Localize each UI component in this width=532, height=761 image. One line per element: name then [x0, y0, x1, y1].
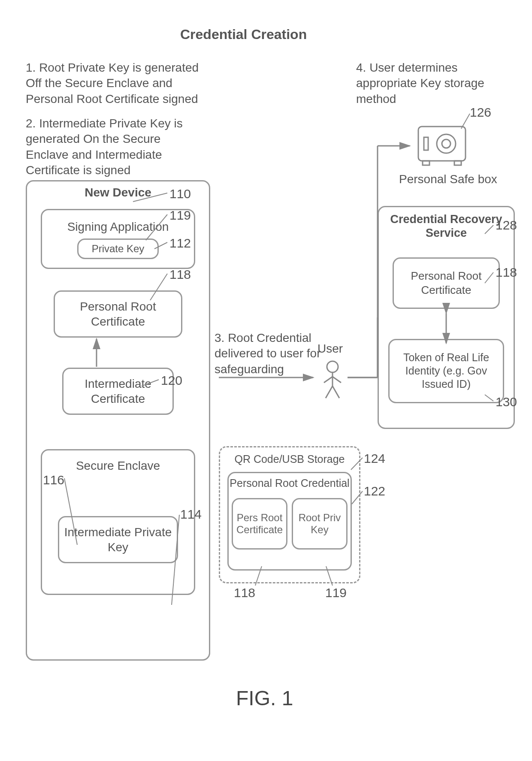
- pers-root-cert-label: Pers Root Certificate: [233, 512, 286, 536]
- private-key-label: Private Key: [92, 242, 145, 255]
- ref-118a: 118: [169, 267, 191, 282]
- step-1-text: 1. Root Private Key is generated Off the…: [26, 60, 206, 107]
- svg-line-2: [324, 377, 332, 383]
- page-title: Credential Creation: [180, 26, 307, 44]
- ref-114: 114: [180, 507, 202, 522]
- ref-118b: 118: [234, 586, 255, 600]
- ref-126: 126: [470, 105, 491, 120]
- secure-enclave-label: Secure Enclave: [76, 458, 160, 473]
- step-4-text: 4. User determines appropriate Key stora…: [356, 60, 506, 107]
- ref-120: 120: [161, 373, 182, 388]
- storage-title: QR Code/USB Storage: [234, 453, 345, 466]
- credential-label: Personal Root Credential: [230, 477, 349, 490]
- svg-rect-10: [423, 161, 429, 165]
- storage-box: QR Code/USB Storage Personal Root Creden…: [219, 446, 360, 583]
- recovery-cert-box: Personal Root Certificate: [393, 257, 500, 309]
- ref-130: 130: [496, 395, 517, 409]
- pers-root-cert-box: Pers Root Certificate: [232, 498, 287, 550]
- new-device-box: New Device Signing Application Private K…: [26, 180, 210, 661]
- intermediate-priv-key-box: Intermediate Private Key: [58, 516, 178, 563]
- token-label: Token of Real Life Identity (e.g. Gov Is…: [390, 351, 503, 391]
- recovery-title: Credential Recovery Service: [379, 212, 514, 240]
- svg-line-3: [332, 377, 341, 383]
- safe-label: Personal Safe box: [399, 172, 497, 187]
- user-label: User: [317, 341, 343, 356]
- ref-119b: 119: [325, 586, 347, 600]
- step-3-text: 3. Root Credential delivered to user for…: [215, 330, 335, 377]
- intermediate-cert-box: Intermediate Certificate: [62, 368, 174, 415]
- svg-line-5: [332, 386, 339, 398]
- new-device-title: New Device: [85, 186, 151, 199]
- token-box: Token of Real Life Identity (e.g. Gov Is…: [388, 339, 504, 403]
- root-priv-key-box: Root Priv Key: [292, 498, 348, 550]
- step-2-text: 2. Intermediate Private Key is generated…: [26, 116, 206, 178]
- personal-root-cert-box: Personal Root Certificate: [54, 290, 182, 338]
- personal-root-credential-box: Personal Root Credential Pers Root Certi…: [227, 472, 352, 571]
- svg-point-0: [327, 361, 338, 372]
- svg-rect-11: [454, 161, 461, 165]
- svg-line-4: [326, 386, 332, 398]
- ref-116: 116: [43, 473, 64, 487]
- secure-enclave-box: Secure Enclave Intermediate Private Key: [41, 449, 195, 595]
- ref-119a: 119: [169, 208, 191, 223]
- safe-icon: [416, 124, 468, 167]
- ref-122: 122: [364, 484, 385, 498]
- ref-118c: 118: [496, 265, 517, 280]
- ref-128: 128: [496, 218, 517, 233]
- private-key-box: Private Key: [77, 239, 159, 259]
- ref-110: 110: [169, 187, 191, 201]
- credential-recovery-box: Credential Recovery Service Personal Roo…: [378, 206, 515, 429]
- figure-label: FIG. 1: [236, 686, 293, 710]
- intermediate-cert-label: Intermediate Certificate: [63, 376, 172, 406]
- ref-124: 124: [364, 451, 385, 466]
- svg-rect-9: [424, 137, 428, 150]
- root-priv-key-label: Root Priv Key: [293, 512, 346, 536]
- svg-point-7: [437, 134, 456, 153]
- ref-112: 112: [169, 236, 191, 251]
- intermediate-priv-key-label: Intermediate Private Key: [59, 525, 177, 555]
- svg-point-8: [442, 139, 450, 148]
- signing-app-label: Signing Application: [67, 219, 169, 234]
- user-icon: [320, 360, 345, 399]
- personal-root-cert-label: Personal Root Certificate: [55, 299, 181, 329]
- recovery-cert-label: Personal Root Certificate: [394, 269, 499, 297]
